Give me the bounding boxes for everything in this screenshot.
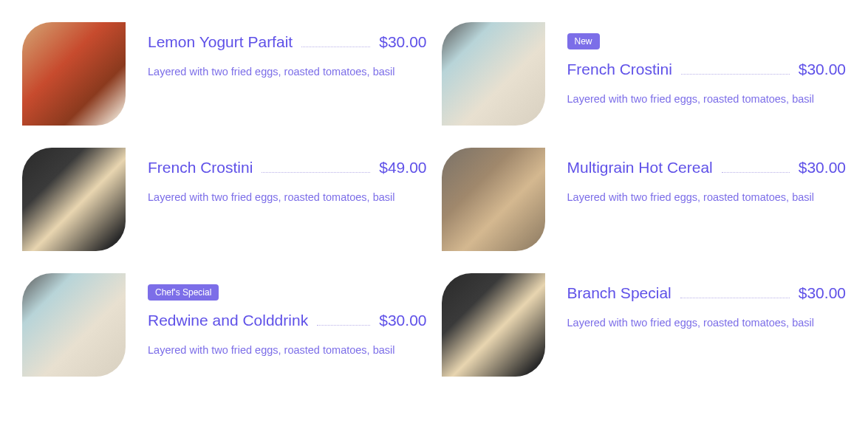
title-divider: [680, 298, 790, 298]
title-row: Lemon Yogurt Parfait $30.00: [148, 33, 427, 51]
menu-item[interactable]: Lemon Yogurt Parfait $30.00 Layered with…: [22, 22, 427, 126]
food-image: [442, 22, 545, 126]
menu-item-content: Chef's Special Redwine and Colddrink $30…: [148, 273, 427, 360]
menu-item-title: French Crostini: [148, 159, 253, 176]
menu-item-title: French Crostini: [567, 61, 672, 78]
menu-item-description: Layered with two fried eggs, roasted tom…: [148, 63, 427, 81]
food-image: [442, 148, 545, 251]
menu-item-price: $30.00: [799, 159, 846, 176]
menu-badge-special: Chef's Special: [148, 284, 219, 301]
menu-item-content: French Crostini $49.00 Layered with two …: [148, 148, 427, 207]
menu-item[interactable]: Multigrain Hot Cereal $30.00 Layered wit…: [442, 148, 847, 251]
food-image: [442, 273, 545, 377]
title-divider: [301, 47, 370, 47]
food-image: [22, 148, 126, 251]
food-image: [22, 22, 126, 126]
menu-item-price: $49.00: [379, 159, 426, 176]
menu-item-content: New French Crostini $30.00 Layered with …: [567, 22, 847, 109]
menu-item-price: $30.00: [799, 61, 846, 78]
title-divider: [722, 172, 790, 173]
menu-item-title: Lemon Yogurt Parfait: [148, 33, 293, 51]
title-divider: [262, 172, 370, 173]
menu-item-title: Redwine and Colddrink: [148, 312, 308, 329]
menu-item-content: Lemon Yogurt Parfait $30.00 Layered with…: [148, 22, 427, 81]
menu-grid: Lemon Yogurt Parfait $30.00 Layered with…: [22, 22, 846, 377]
food-image: [22, 273, 126, 377]
menu-item-description: Layered with two fried eggs, roasted tom…: [567, 188, 847, 207]
menu-badge-new: New: [567, 33, 600, 49]
menu-item-description: Layered with two fried eggs, roasted tom…: [148, 341, 427, 360]
menu-item[interactable]: French Crostini $49.00 Layered with two …: [22, 148, 427, 251]
menu-item-description: Layered with two fried eggs, roasted tom…: [148, 188, 427, 207]
title-divider: [317, 325, 370, 326]
menu-item-description: Layered with two fried eggs, roasted tom…: [567, 314, 847, 332]
menu-item[interactable]: New French Crostini $30.00 Layered with …: [442, 22, 847, 126]
menu-item-title: Multigrain Hot Cereal: [567, 159, 713, 176]
menu-item-content: Multigrain Hot Cereal $30.00 Layered wit…: [567, 148, 847, 207]
menu-item-price: $30.00: [799, 284, 846, 302]
menu-item[interactable]: Chef's Special Redwine and Colddrink $30…: [22, 273, 427, 377]
title-row: Multigrain Hot Cereal $30.00: [567, 159, 847, 176]
title-row: French Crostini $30.00: [567, 61, 847, 78]
menu-item-title: Branch Special: [567, 284, 671, 302]
menu-item-content: Branch Special $30.00 Layered with two f…: [567, 273, 847, 332]
menu-item-price: $30.00: [379, 33, 426, 51]
title-row: French Crostini $49.00: [148, 159, 427, 176]
title-divider: [681, 74, 790, 75]
menu-item-description: Layered with two fried eggs, roasted tom…: [567, 90, 847, 109]
title-row: Redwine and Colddrink $30.00: [148, 312, 427, 329]
title-row: Branch Special $30.00: [567, 284, 847, 302]
menu-item-price: $30.00: [379, 312, 426, 329]
menu-item[interactable]: Branch Special $30.00 Layered with two f…: [442, 273, 847, 377]
